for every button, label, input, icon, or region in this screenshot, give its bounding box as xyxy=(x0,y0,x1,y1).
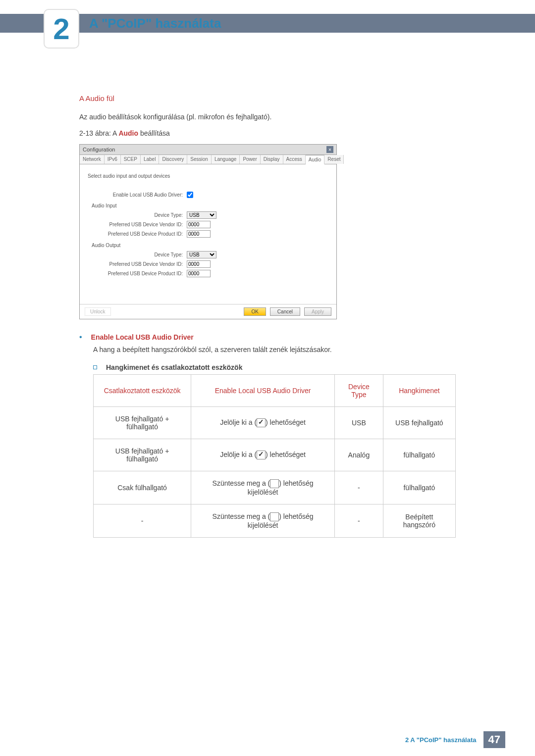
cell: USB fejhallgató xyxy=(383,406,455,439)
caption-suffix: beállítása xyxy=(138,129,170,137)
figure-caption: 2-13 ábra: A Audio beállítása xyxy=(79,129,456,137)
output-device-type-label: Device Type: xyxy=(88,252,187,257)
page-number: 47 xyxy=(483,731,505,748)
tab-network[interactable]: Network xyxy=(80,155,105,164)
square-bullet-icon xyxy=(93,365,97,369)
input-device-type-label: Device Type: xyxy=(88,212,187,218)
tab-reset[interactable]: Reset xyxy=(324,155,344,164)
intro-text: Az audio beállítások konfigurálása (pl. … xyxy=(79,111,456,122)
cell: Szüntesse meg a () lehetőség kijelölését xyxy=(191,471,335,504)
audio-input-heading: Audio Input xyxy=(92,203,328,208)
audio-output-heading: Audio Output xyxy=(92,243,328,248)
tab-session[interactable]: Session xyxy=(187,155,212,164)
checkbox-checked-icon xyxy=(257,418,266,427)
chapter-header-bar xyxy=(0,14,535,33)
tab-label[interactable]: Label xyxy=(141,155,159,164)
tab-discovery[interactable]: Discovery xyxy=(159,155,187,164)
cell: fülhallgató xyxy=(383,471,455,504)
close-icon[interactable]: × xyxy=(326,146,333,153)
col-enable-driver: Enable Local USB Audio Driver xyxy=(191,374,335,406)
cell: USB fejhallgató + fülhallgató xyxy=(94,406,191,439)
tab-ipv6[interactable]: IPv6 xyxy=(105,155,121,164)
select-devices-label: Select audio input and output devices xyxy=(88,173,328,179)
output-product-id-field[interactable] xyxy=(187,270,211,277)
input-vendor-id-field[interactable] xyxy=(187,221,211,228)
caption-bold: Audio xyxy=(118,129,138,137)
output-product-id-label: Preferred USB Device Product ID: xyxy=(88,271,187,276)
cell: - xyxy=(94,504,191,538)
input-vendor-id-label: Preferred USB Device Vendor ID: xyxy=(88,222,187,227)
cell: Jelölje ki a () lehetőséget xyxy=(191,439,335,471)
tab-language[interactable]: Language xyxy=(212,155,240,164)
cell: Szüntesse meg a () lehetőség kijelölését xyxy=(191,504,335,538)
output-vendor-id-label: Preferred USB Device Vendor ID: xyxy=(88,261,187,267)
checkbox-checked-icon xyxy=(257,451,266,459)
apply-button[interactable]: Apply xyxy=(304,307,331,316)
input-device-type-select[interactable]: USB xyxy=(187,211,216,219)
cell: Jelölje ki a () lehetőséget xyxy=(191,406,335,439)
col-device-type: Device Type xyxy=(335,374,383,406)
input-product-id-label: Preferred USB Device Product ID: xyxy=(88,231,187,237)
ok-button[interactable]: OK xyxy=(244,307,266,316)
cell: USB xyxy=(335,406,383,439)
caption-prefix: 2-13 ábra: A xyxy=(79,129,118,137)
chapter-number-box: 2 xyxy=(44,9,79,49)
config-window: Configuration × Network IPv6 SCEP Label … xyxy=(79,144,337,319)
enable-item-desc: A hang a beépített hangszórókból szól, a… xyxy=(93,344,456,355)
cell: Analóg xyxy=(335,439,383,471)
device-table: Csatlakoztatott eszközök Enable Local US… xyxy=(93,374,456,538)
cell: fülhallgató xyxy=(383,439,455,471)
tab-scep[interactable]: SCEP xyxy=(121,155,141,164)
tab-bar: Network IPv6 SCEP Label Discovery Sessio… xyxy=(80,155,336,164)
enable-item-title: Enable Local USB Audio Driver xyxy=(91,333,194,341)
bullet-icon: • xyxy=(79,333,82,341)
sub-item-title: Hangkimenet és csatlakoztatott eszközök xyxy=(106,363,242,371)
table-row: Csak fülhallgató Szüntesse meg a () lehe… xyxy=(94,471,456,504)
section-heading: A Audio fül xyxy=(79,94,456,102)
col-output: Hangkimenet xyxy=(383,374,455,406)
enable-local-usb-label: Enable Local USB Audio Driver: xyxy=(88,192,187,198)
tab-power[interactable]: Power xyxy=(240,155,260,164)
cell: Csak fülhallgató xyxy=(94,471,191,504)
cell: - xyxy=(335,471,383,504)
tab-access[interactable]: Access xyxy=(283,155,306,164)
enable-local-usb-checkbox[interactable] xyxy=(187,192,193,198)
col-connected: Csatlakoztatott eszközök xyxy=(94,374,191,406)
tab-audio[interactable]: Audio xyxy=(306,155,325,164)
chapter-title: A "PCoIP" használata xyxy=(89,16,221,31)
table-row: - Szüntesse meg a () lehetőség kijelölés… xyxy=(94,504,456,538)
chapter-number: 2 xyxy=(53,12,69,46)
input-product-id-field[interactable] xyxy=(187,230,211,238)
checkbox-unchecked-icon xyxy=(270,512,279,521)
cancel-button[interactable]: Cancel xyxy=(270,307,300,316)
table-header-row: Csatlakoztatott eszközök Enable Local US… xyxy=(94,374,456,406)
output-device-type-select[interactable]: USB xyxy=(187,251,216,258)
output-vendor-id-field[interactable] xyxy=(187,260,211,268)
cell: - xyxy=(335,504,383,538)
window-title: Configuration xyxy=(83,147,115,152)
table-row: USB fejhallgató + fülhallgató Jelölje ki… xyxy=(94,406,456,439)
page-footer: 2 A "PCoIP" használata 47 xyxy=(405,731,505,748)
checkbox-unchecked-icon xyxy=(270,479,279,488)
table-row: USB fejhallgató + fülhallgató Jelölje ki… xyxy=(94,439,456,471)
footer-text: 2 A "PCoIP" használata xyxy=(405,736,477,744)
tab-display[interactable]: Display xyxy=(261,155,283,164)
cell: USB fejhallgató + fülhallgató xyxy=(94,439,191,471)
cell: Beépített hangszóró xyxy=(383,504,455,538)
unlock-button[interactable]: Unlock xyxy=(85,307,111,316)
